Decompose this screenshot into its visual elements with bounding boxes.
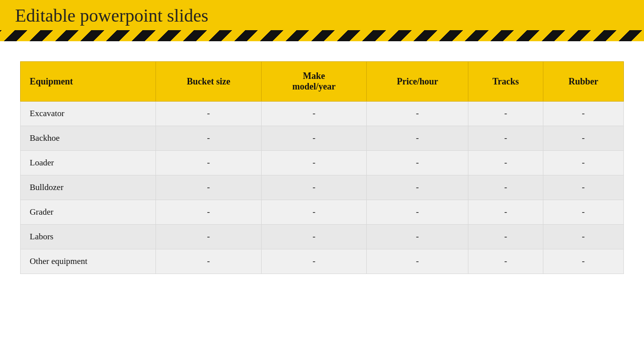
col-header-equipment: Equipment bbox=[21, 62, 156, 102]
cell-equipment: Excavator bbox=[21, 102, 156, 126]
cell-make_model_year: - bbox=[261, 225, 366, 249]
cell-price_hour: - bbox=[367, 151, 468, 175]
cell-equipment: Bulldozer bbox=[21, 175, 156, 200]
cell-rubber: - bbox=[543, 151, 623, 175]
cell-make_model_year: - bbox=[261, 102, 366, 126]
cell-bucket_size: - bbox=[155, 175, 261, 200]
cell-make_model_year: - bbox=[261, 200, 366, 225]
cell-tracks: - bbox=[468, 225, 543, 249]
cell-rubber: - bbox=[543, 249, 623, 274]
cell-make_model_year: - bbox=[261, 151, 366, 175]
equipment-table: Equipment Bucket size Makemodel/year Pri… bbox=[20, 61, 624, 274]
table-row: Grader----- bbox=[21, 200, 624, 225]
cell-price_hour: - bbox=[367, 126, 468, 151]
cell-rubber: - bbox=[543, 102, 623, 126]
cell-price_hour: - bbox=[367, 200, 468, 225]
cell-bucket_size: - bbox=[155, 200, 261, 225]
cell-equipment: Labors bbox=[21, 225, 156, 249]
table-row: Other equipment----- bbox=[21, 249, 624, 274]
cell-tracks: - bbox=[468, 102, 543, 126]
cell-bucket_size: - bbox=[155, 249, 261, 274]
cell-equipment: Loader bbox=[21, 151, 156, 175]
cell-price_hour: - bbox=[367, 175, 468, 200]
col-header-tracks: Tracks bbox=[468, 62, 543, 102]
cell-bucket_size: - bbox=[155, 225, 261, 249]
cell-price_hour: - bbox=[367, 225, 468, 249]
cell-tracks: - bbox=[468, 151, 543, 175]
cell-bucket_size: - bbox=[155, 102, 261, 126]
cell-make_model_year: - bbox=[261, 175, 366, 200]
col-header-make-model-year: Makemodel/year bbox=[261, 62, 366, 102]
cell-rubber: - bbox=[543, 175, 623, 200]
cell-tracks: - bbox=[468, 175, 543, 200]
col-header-bucket-size: Bucket size bbox=[155, 62, 261, 102]
caution-stripe bbox=[0, 30, 644, 41]
cell-rubber: - bbox=[543, 225, 623, 249]
table-row: Labors----- bbox=[21, 225, 624, 249]
col-header-price-hour: Price/hour bbox=[367, 62, 468, 102]
cell-price_hour: - bbox=[367, 102, 468, 126]
cell-equipment: Other equipment bbox=[21, 249, 156, 274]
cell-make_model_year: - bbox=[261, 126, 366, 151]
cell-equipment: Grader bbox=[21, 200, 156, 225]
cell-tracks: - bbox=[468, 249, 543, 274]
cell-rubber: - bbox=[543, 126, 623, 151]
table-row: Excavator----- bbox=[21, 102, 624, 126]
cell-rubber: - bbox=[543, 200, 623, 225]
cell-tracks: - bbox=[468, 200, 543, 225]
cell-equipment: Backhoe bbox=[21, 126, 156, 151]
table-header-row: Equipment Bucket size Makemodel/year Pri… bbox=[21, 62, 624, 102]
table-row: Bulldozer----- bbox=[21, 175, 624, 200]
content-area: Equipment Bucket size Makemodel/year Pri… bbox=[0, 41, 644, 289]
col-header-rubber: Rubber bbox=[543, 62, 623, 102]
table-row: Loader----- bbox=[21, 151, 624, 175]
header-bar: Editable powerpoint slides bbox=[0, 0, 644, 30]
cell-tracks: - bbox=[468, 126, 543, 151]
table-row: Backhoe----- bbox=[21, 126, 624, 151]
cell-bucket_size: - bbox=[155, 151, 261, 175]
cell-make_model_year: - bbox=[261, 249, 366, 274]
page-title: Editable powerpoint slides bbox=[15, 5, 629, 26]
cell-bucket_size: - bbox=[155, 126, 261, 151]
cell-price_hour: - bbox=[367, 249, 468, 274]
